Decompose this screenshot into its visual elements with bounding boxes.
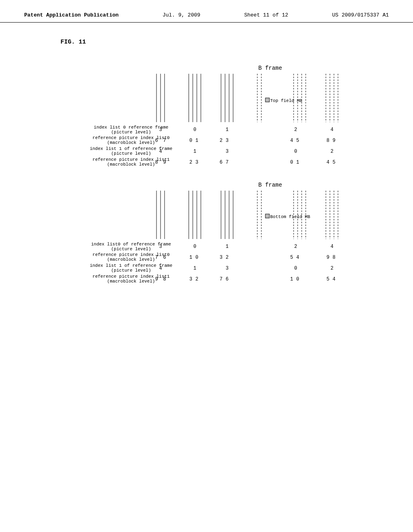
svg-text:4: 4	[290, 138, 293, 143]
svg-text:3: 3	[159, 244, 162, 249]
svg-text:2: 2	[330, 149, 333, 154]
svg-text:3: 3	[225, 138, 228, 143]
svg-text:Bottom field MB: Bottom field MB	[270, 214, 310, 219]
svg-text:9: 9	[155, 276, 158, 282]
svg-text:9: 9	[332, 138, 335, 143]
svg-rect-14	[265, 98, 269, 102]
svg-text:6: 6	[219, 160, 222, 165]
svg-text:(macroblock level): (macroblock level)	[107, 162, 155, 167]
svg-text:4: 4	[296, 255, 299, 260]
svg-text:3: 3	[225, 149, 228, 154]
svg-text:2: 2	[225, 255, 228, 260]
svg-text:2: 2	[294, 244, 297, 249]
svg-text:5: 5	[296, 138, 299, 143]
svg-text:0: 0	[193, 244, 196, 249]
svg-text:1: 1	[193, 266, 196, 271]
svg-text:0: 0	[294, 149, 297, 154]
svg-text:8: 8	[163, 276, 166, 282]
svg-text:2: 2	[219, 138, 222, 143]
svg-text:8: 8	[326, 138, 329, 143]
svg-text:6: 6	[163, 255, 166, 260]
svg-text:6: 6	[155, 138, 158, 143]
svg-text:1: 1	[225, 244, 228, 249]
svg-text:reference picture index list1: reference picture index list1	[92, 274, 170, 279]
svg-text:5: 5	[332, 160, 335, 165]
publication-label: Patent Application Publication	[24, 12, 119, 18]
svg-text:(macroblock level): (macroblock level)	[107, 279, 155, 284]
date-label: Jul. 9, 2009	[163, 12, 200, 18]
svg-text:0: 0	[195, 255, 198, 260]
svg-text:1: 1	[193, 149, 196, 154]
svg-text:6: 6	[225, 276, 228, 282]
svg-text:1: 1	[189, 255, 192, 260]
svg-text:(picture level): (picture level)	[111, 130, 151, 135]
sheet-label: Sheet 11 of 12	[244, 12, 288, 18]
svg-text:0: 0	[290, 160, 293, 165]
svg-text:(macroblock level): (macroblock level)	[107, 140, 155, 145]
svg-text:5: 5	[290, 255, 293, 260]
page-header: Patent Application Publication Jul. 9, 2…	[0, 0, 413, 23]
svg-text:1: 1	[290, 276, 293, 282]
svg-text:1: 1	[225, 127, 228, 133]
svg-text:8: 8	[155, 160, 158, 165]
svg-text:4: 4	[332, 276, 335, 282]
svg-text:0: 0	[296, 276, 299, 282]
svg-text:4: 4	[330, 244, 333, 249]
svg-text:reference picture index list0: reference picture index list0	[92, 252, 169, 257]
svg-text:0: 0	[294, 266, 297, 271]
svg-text:4: 4	[326, 160, 329, 165]
svg-text:(picture level): (picture level)	[111, 247, 151, 251]
svg-text:0: 0	[193, 127, 196, 133]
svg-text:(macroblock level): (macroblock level)	[107, 257, 155, 262]
svg-text:index list 0 reference frame: index list 0 reference frame	[94, 125, 169, 130]
svg-text:3: 3	[219, 255, 222, 260]
svg-text:7: 7	[219, 276, 222, 282]
svg-text:4: 4	[330, 127, 333, 133]
svg-text:4: 4	[159, 266, 162, 271]
patent-number: US 2009/0175337 A1	[332, 12, 389, 18]
svg-text:(picture level): (picture level)	[111, 151, 151, 156]
svg-text:5: 5	[326, 276, 329, 282]
svg-text:3: 3	[189, 276, 192, 282]
svg-text:3: 3	[195, 160, 198, 165]
svg-text:7: 7	[155, 255, 158, 260]
svg-text:7: 7	[163, 138, 166, 143]
svg-text:9: 9	[326, 255, 329, 260]
svg-text:4: 4	[159, 149, 162, 154]
main-content: FIG. 11 B frame Top field MB	[0, 23, 413, 513]
svg-text:0: 0	[189, 138, 192, 143]
svg-text:1: 1	[195, 138, 198, 143]
svg-text:9: 9	[163, 160, 166, 165]
svg-text:(picture level): (picture level)	[111, 268, 151, 273]
svg-text:2: 2	[330, 266, 333, 271]
svg-rect-76	[265, 214, 269, 218]
svg-text:B frame: B frame	[259, 182, 282, 188]
figure-label: FIG. 11	[60, 39, 389, 46]
svg-text:2: 2	[294, 127, 297, 133]
svg-text:7: 7	[225, 160, 228, 165]
svg-text:3: 3	[225, 266, 228, 271]
svg-text:reference picture index list0: reference picture index list0	[92, 135, 169, 140]
svg-text:1: 1	[296, 160, 299, 165]
svg-text:B frame: B frame	[259, 65, 282, 71]
svg-text:2: 2	[195, 276, 198, 282]
svg-text:2: 2	[189, 160, 192, 165]
svg-text:reference picture index list1: reference picture index list1	[92, 157, 170, 162]
svg-text:8: 8	[332, 255, 335, 260]
figure-diagram: B frame Top field MB ind	[32, 54, 395, 497]
svg-text:3: 3	[159, 127, 162, 133]
